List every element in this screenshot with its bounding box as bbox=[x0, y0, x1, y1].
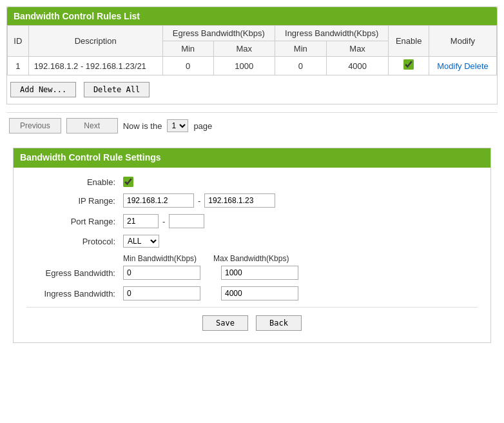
egress-min-input[interactable] bbox=[123, 266, 200, 280]
back-button[interactable]: Back bbox=[256, 315, 302, 331]
ip-start-input[interactable] bbox=[123, 193, 194, 208]
settings-header: Bandwidth Control Rule Settings bbox=[14, 148, 490, 166]
row-ingress-min: 0 bbox=[275, 57, 326, 75]
col-id: ID bbox=[8, 26, 29, 57]
settings-body: Enable: IP Range: - Port Range: - Protoc… bbox=[14, 166, 490, 342]
modify-link[interactable]: Modify bbox=[437, 61, 461, 71]
col-description: Description bbox=[28, 26, 162, 57]
previous-button[interactable]: Previous bbox=[9, 118, 61, 133]
col-enable: Enable bbox=[389, 26, 429, 57]
ip-range-label: IP Range: bbox=[26, 196, 123, 206]
enable-checkbox[interactable] bbox=[403, 59, 414, 70]
rules-list-header: Bandwidth Control Rules List bbox=[7, 7, 497, 25]
settings-section: Bandwidth Control Rule Settings Enable: … bbox=[13, 148, 491, 343]
row-enable[interactable] bbox=[389, 57, 429, 75]
row-egress-min: 0 bbox=[162, 57, 213, 75]
next-button[interactable]: Next bbox=[66, 118, 118, 133]
protocol-row: Protocol: ALL TCP UDP ICMP bbox=[26, 235, 478, 248]
table-row: 1 192.168.1.2 - 192.168.1.23/21 0 1000 0… bbox=[8, 57, 497, 75]
egress-row: Egress Bandwidth: bbox=[26, 266, 478, 280]
port-range-label: Port Range: bbox=[26, 217, 123, 226]
col-egress: Egress Bandwidth(Kbps) bbox=[162, 26, 275, 41]
ingress-row: Ingress Bandwidth: bbox=[26, 286, 478, 300]
bw-min-header: Min Bandwidth(Kbps) bbox=[123, 254, 213, 263]
col-ingress: Ingress Bandwidth(Kbps) bbox=[275, 26, 389, 41]
protocol-label: Protocol: bbox=[26, 237, 123, 246]
port-end-input[interactable] bbox=[169, 214, 204, 228]
egress-label: Egress Bandwidth: bbox=[26, 268, 123, 278]
pagination-bar: Previous Next Now is the 1 page bbox=[6, 112, 498, 137]
page-select[interactable]: 1 bbox=[167, 119, 188, 132]
enable-label: Enable: bbox=[26, 177, 123, 187]
row-id: 1 bbox=[8, 57, 29, 75]
col-ingress-min: Min bbox=[275, 41, 326, 57]
save-button[interactable]: Save bbox=[202, 315, 248, 331]
enable-row: Enable: bbox=[26, 177, 478, 187]
row-ingress-max: 4000 bbox=[326, 57, 389, 75]
ip-range-row: IP Range: - bbox=[26, 193, 478, 208]
ip-separator: - bbox=[198, 196, 200, 206]
ip-end-input[interactable] bbox=[204, 193, 275, 208]
port-start-input[interactable] bbox=[123, 214, 159, 228]
delete-link[interactable]: Delete bbox=[464, 61, 489, 71]
row-modify-cell: Modify Delete bbox=[429, 57, 496, 75]
col-ingress-max: Max bbox=[326, 41, 389, 57]
ingress-min-input[interactable] bbox=[123, 286, 200, 300]
egress-max-input[interactable] bbox=[221, 266, 298, 280]
rules-table: ID Description Egress Bandwidth(Kbps) In… bbox=[7, 25, 497, 75]
row-egress-max: 1000 bbox=[213, 57, 275, 75]
delete-all-button[interactable]: Delete All bbox=[84, 82, 150, 97]
bw-headers: Min Bandwidth(Kbps) Max Bandwidth(Kbps) bbox=[123, 254, 478, 263]
action-buttons: Add New... Delete All bbox=[7, 75, 497, 104]
col-egress-max: Max bbox=[213, 41, 275, 57]
col-egress-min: Min bbox=[162, 41, 213, 57]
form-actions: Save Back bbox=[26, 307, 478, 336]
bw-max-header: Max Bandwidth(Kbps) bbox=[213, 254, 304, 263]
settings-enable-checkbox[interactable] bbox=[123, 177, 133, 187]
now-is-text: Now is the bbox=[123, 121, 162, 131]
rules-list-section: Bandwidth Control Rules List ID Descript… bbox=[6, 6, 498, 104]
row-description: 192.168.1.2 - 192.168.1.23/21 bbox=[28, 57, 162, 75]
protocol-select[interactable]: ALL TCP UDP ICMP bbox=[123, 235, 159, 248]
port-range-row: Port Range: - bbox=[26, 214, 478, 228]
ingress-label: Ingress Bandwidth: bbox=[26, 289, 123, 299]
ingress-max-input[interactable] bbox=[221, 286, 298, 300]
port-separator: - bbox=[162, 217, 165, 226]
add-new-button[interactable]: Add New... bbox=[10, 82, 76, 97]
page-text: page bbox=[193, 121, 212, 131]
col-modify: Modify bbox=[429, 26, 496, 57]
page-wrapper: Bandwidth Control Rules List ID Descript… bbox=[0, 0, 504, 349]
